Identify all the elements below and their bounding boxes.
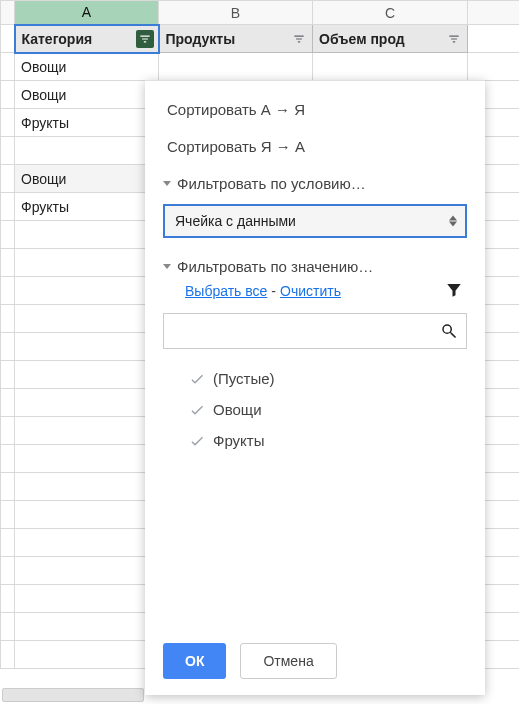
filter-header-a[interactable]: Категория	[15, 25, 159, 53]
cancel-button[interactable]: Отмена	[240, 643, 336, 679]
filter-header-b[interactable]: Продукты	[159, 25, 313, 53]
filter-values-list: (Пустые) Овощи Фрукты	[145, 359, 485, 631]
column-header-b[interactable]: B	[159, 1, 313, 25]
filter-icon[interactable]	[136, 30, 154, 48]
filter-value-item[interactable]: (Пустые)	[189, 363, 485, 394]
chevron-down-icon	[163, 264, 171, 269]
horizontal-scrollbar[interactable]	[2, 688, 144, 702]
search-icon	[440, 322, 458, 340]
filter-header-row: Категория Продукты Объем прод	[1, 25, 520, 53]
corner-cell[interactable]	[1, 1, 15, 25]
chevron-down-icon	[163, 181, 171, 186]
check-icon	[189, 371, 205, 387]
select-arrows-icon	[449, 216, 457, 227]
column-header-c[interactable]: C	[313, 1, 468, 25]
filter-search-input[interactable]	[163, 313, 467, 349]
table-row[interactable]: Овощи	[1, 53, 520, 81]
filter-popup: Сортировать А → Я Сортировать Я → А Филь…	[145, 80, 485, 695]
ok-button[interactable]: ОК	[163, 643, 226, 679]
filter-value-item[interactable]: Овощи	[189, 394, 485, 425]
check-icon	[189, 402, 205, 418]
select-all-link[interactable]: Выбрать все	[185, 283, 267, 299]
filter-by-condition-toggle[interactable]: Фильтровать по условию…	[145, 165, 485, 198]
check-icon	[189, 433, 205, 449]
clear-link[interactable]: Очистить	[280, 283, 341, 299]
filter-by-value-toggle[interactable]: Фильтровать по значению…	[145, 248, 485, 281]
column-header-row: A B C	[1, 1, 520, 25]
condition-select[interactable]: Ячейка с данными	[163, 204, 467, 238]
sort-ascending[interactable]: Сортировать А → Я	[145, 91, 485, 128]
column-header-a[interactable]: A	[15, 1, 159, 25]
filter-header-c[interactable]: Объем прод	[313, 25, 468, 53]
sort-descending[interactable]: Сортировать Я → А	[145, 128, 485, 165]
filter-icon[interactable]	[290, 30, 308, 48]
filter-value-item[interactable]: Фрукты	[189, 425, 485, 456]
funnel-icon[interactable]	[445, 281, 463, 299]
filter-icon[interactable]	[445, 30, 463, 48]
